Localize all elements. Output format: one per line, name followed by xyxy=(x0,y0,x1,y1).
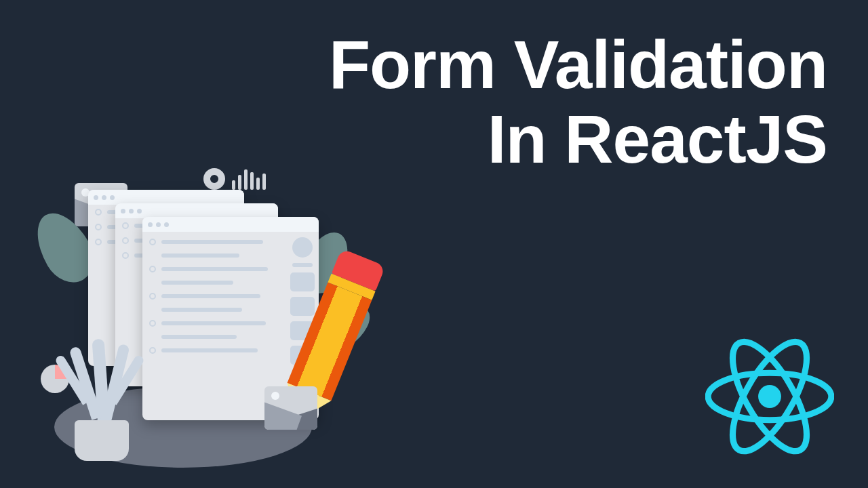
thumbnail-icon xyxy=(290,272,315,291)
bar-chart-icon xyxy=(232,169,266,190)
plant-icon xyxy=(61,332,142,427)
title-line-2: In ReactJS xyxy=(329,102,827,176)
hero-illustration xyxy=(14,163,380,474)
window-titlebar xyxy=(142,217,319,232)
pot-icon xyxy=(75,420,129,461)
donut-chart-icon xyxy=(203,168,225,190)
title-line-1: Form Validation xyxy=(329,27,827,102)
image-card-icon xyxy=(264,386,317,430)
svg-point-0 xyxy=(758,385,781,408)
hero-title: Form Validation In ReactJS xyxy=(329,27,827,176)
thumbnail-icon xyxy=(290,297,315,316)
avatar-icon xyxy=(292,237,313,258)
react-logo-icon xyxy=(705,332,834,461)
